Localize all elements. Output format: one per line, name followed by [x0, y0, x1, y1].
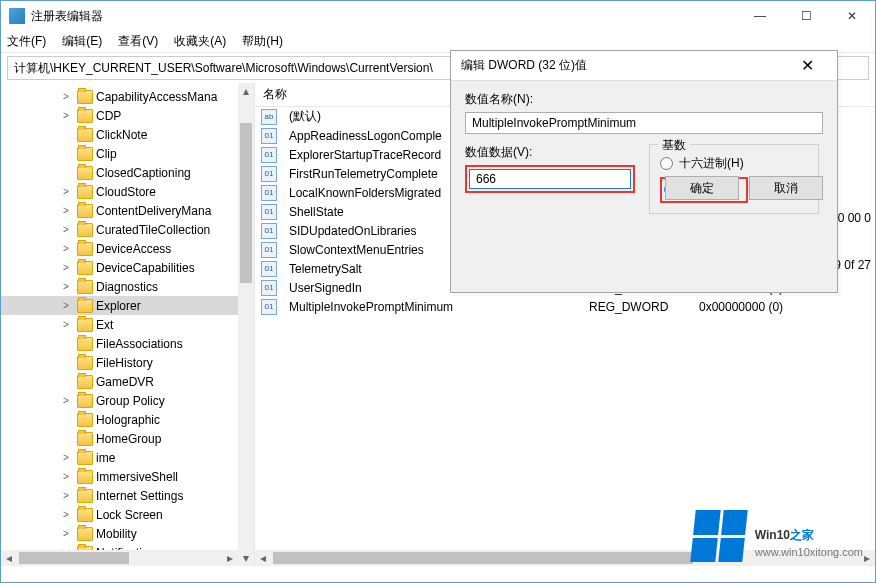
menu-file[interactable]: 文件(F): [7, 33, 46, 50]
tree-item[interactable]: HomeGroup: [1, 429, 254, 448]
value-data-input[interactable]: [469, 169, 631, 189]
tree-item[interactable]: FileHistory: [1, 353, 254, 372]
tree-item[interactable]: GameDVR: [1, 372, 254, 391]
expander-icon[interactable]: >: [59, 395, 73, 406]
expander-icon[interactable]: >: [59, 110, 73, 121]
scroll-down-icon[interactable]: ▾: [238, 550, 254, 566]
scroll-thumb-h[interactable]: [273, 552, 693, 564]
menu-help[interactable]: 帮助(H): [242, 33, 283, 50]
folder-icon: [77, 413, 93, 427]
tree-item[interactable]: >DeviceCapabilities: [1, 258, 254, 277]
tree-item[interactable]: >CDP: [1, 106, 254, 125]
folder-icon: [77, 508, 93, 522]
titlebar: 注册表编辑器 — ☐ ✕: [1, 1, 875, 31]
expander-icon[interactable]: >: [59, 452, 73, 463]
ok-button[interactable]: 确定: [665, 176, 739, 200]
dialog-close-button[interactable]: ✕: [787, 56, 827, 75]
tree-item[interactable]: >CloudStore: [1, 182, 254, 201]
expander-icon[interactable]: >: [59, 224, 73, 235]
tree-item-label: ClosedCaptioning: [96, 166, 191, 180]
radio-hex[interactable]: 十六进制(H): [660, 153, 808, 173]
tree-item[interactable]: >CuratedTileCollection: [1, 220, 254, 239]
close-button[interactable]: ✕: [829, 1, 875, 31]
scroll-up-icon[interactable]: ▴: [238, 83, 254, 99]
tree-item[interactable]: FileAssociations: [1, 334, 254, 353]
address-text: 计算机\HKEY_CURRENT_USER\Software\Microsoft…: [14, 60, 433, 77]
expander-icon[interactable]: >: [59, 509, 73, 520]
tree-item-label: Lock Screen: [96, 508, 163, 522]
value-name-text: MultipleInvokePromptMinimum: [472, 116, 636, 130]
scroll-thumb[interactable]: [240, 123, 252, 283]
tree-item[interactable]: >ImmersiveShell: [1, 467, 254, 486]
expander-icon[interactable]: >: [59, 319, 73, 330]
scroll-thumb-h[interactable]: [19, 552, 129, 564]
tree-item[interactable]: >Ext: [1, 315, 254, 334]
tree-item[interactable]: >Internet Settings: [1, 486, 254, 505]
folder-icon: [77, 204, 93, 218]
tree-item[interactable]: >CapabilityAccessMana: [1, 87, 254, 106]
folder-icon: [77, 527, 93, 541]
value-type: REG_DWORD: [581, 300, 691, 314]
value-type-icon: [261, 147, 277, 163]
expander-icon[interactable]: >: [59, 300, 73, 311]
value-row[interactable]: MultipleInvokePromptMinimumREG_DWORD0x00…: [255, 297, 875, 316]
expander-icon[interactable]: >: [59, 262, 73, 273]
value-type-icon: [261, 109, 277, 125]
tree-item[interactable]: >ContentDeliveryMana: [1, 201, 254, 220]
scroll-left-icon[interactable]: ◂: [255, 550, 271, 566]
tree-item-label: FileAssociations: [96, 337, 183, 351]
tree-scrollbar-vertical[interactable]: ▴ ▾: [238, 83, 254, 566]
tree-item-label: CDP: [96, 109, 121, 123]
tree-item[interactable]: >Group Policy: [1, 391, 254, 410]
folder-icon: [77, 356, 93, 370]
tree-item-label: ImmersiveShell: [96, 470, 178, 484]
scroll-right-icon[interactable]: ▸: [222, 550, 238, 566]
tree-item-label: ClickNote: [96, 128, 147, 142]
tree-item-label: ContentDeliveryMana: [96, 204, 211, 218]
tree-item[interactable]: Holographic: [1, 410, 254, 429]
expander-icon[interactable]: >: [59, 281, 73, 292]
folder-icon: [77, 90, 93, 104]
tree-item[interactable]: >DeviceAccess: [1, 239, 254, 258]
tree-item[interactable]: >Diagnostics: [1, 277, 254, 296]
tree-item-label: Mobility: [96, 527, 137, 541]
folder-icon: [77, 318, 93, 332]
folder-icon: [77, 394, 93, 408]
window-title: 注册表编辑器: [31, 8, 737, 25]
value-type-icon: [261, 128, 277, 144]
tree-item[interactable]: >Lock Screen: [1, 505, 254, 524]
tree-list[interactable]: >CapabilityAccessMana>CDPClickNoteClipCl…: [1, 87, 254, 562]
tree-item[interactable]: Clip: [1, 144, 254, 163]
expander-icon[interactable]: >: [59, 205, 73, 216]
value-name-field[interactable]: MultipleInvokePromptMinimum: [465, 112, 823, 134]
value-type-icon: [261, 280, 277, 296]
expander-icon[interactable]: >: [59, 243, 73, 254]
menu-view[interactable]: 查看(V): [118, 33, 158, 50]
expander-icon[interactable]: >: [59, 186, 73, 197]
menu-edit[interactable]: 编辑(E): [62, 33, 102, 50]
menu-favorites[interactable]: 收藏夹(A): [174, 33, 226, 50]
cancel-button[interactable]: 取消: [749, 176, 823, 200]
minimize-button[interactable]: —: [737, 1, 783, 31]
tree-item[interactable]: ClickNote: [1, 125, 254, 144]
tree-item[interactable]: ClosedCaptioning: [1, 163, 254, 182]
radio-hex-input[interactable]: [660, 157, 673, 170]
folder-icon: [77, 375, 93, 389]
tree-item[interactable]: >ime: [1, 448, 254, 467]
folder-icon: [77, 128, 93, 142]
expander-icon[interactable]: >: [59, 528, 73, 539]
tree-item[interactable]: >Explorer: [1, 296, 254, 315]
tree-item-label: HomeGroup: [96, 432, 161, 446]
tree-scrollbar-horizontal[interactable]: ◂ ▸: [1, 550, 238, 566]
expander-icon[interactable]: >: [59, 490, 73, 501]
folder-icon: [77, 451, 93, 465]
dialog-titlebar: 编辑 DWORD (32 位)值 ✕: [451, 51, 837, 81]
maximize-button[interactable]: ☐: [783, 1, 829, 31]
folder-icon: [77, 432, 93, 446]
tree-item[interactable]: >Mobility: [1, 524, 254, 543]
scroll-left-icon[interactable]: ◂: [1, 550, 17, 566]
tree-item-label: FileHistory: [96, 356, 153, 370]
radio-hex-label: 十六进制(H): [679, 155, 744, 172]
expander-icon[interactable]: >: [59, 471, 73, 482]
expander-icon[interactable]: >: [59, 91, 73, 102]
